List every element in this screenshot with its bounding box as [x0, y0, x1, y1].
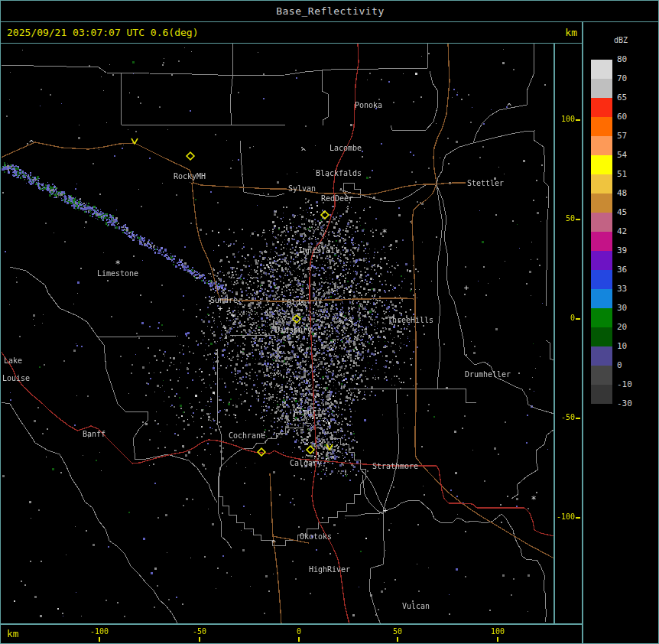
colorbar-value-label: 57 [617, 131, 648, 141]
plus-marker-icon: + [218, 304, 223, 314]
town-label: Louise [2, 374, 30, 382]
town-label: Okotoks [300, 532, 332, 541]
radar-map-display[interactable]: PonokaLacombeBlackfaldsSylvanRedDeerStet… [2, 44, 553, 623]
caret-marker-icon: ^ [507, 102, 512, 112]
colorbar-value-label: 54 [617, 150, 648, 160]
right-axis-tick [576, 119, 580, 121]
town-label: Didsbury [275, 326, 312, 334]
colorbar-swatch [591, 232, 612, 251]
colorbar-swatch [591, 155, 612, 174]
bottom-axis-tick-label: 0 [280, 627, 318, 636]
caret-marker-icon: ^ [362, 396, 367, 406]
colorbar-swatch [591, 174, 612, 194]
colorbar-value-label: -30 [617, 398, 648, 408]
right-axis-tick-label: 0 [555, 314, 575, 322]
town-label: RedDeer [321, 194, 353, 203]
plus-marker-icon: + [383, 506, 388, 516]
county-boundary-line [437, 184, 443, 389]
town-label: Olds [287, 298, 305, 307]
colorbar-value-label: 45 [617, 207, 648, 217]
town-label: Innisfail [298, 246, 339, 255]
town-label: Cochrane [229, 431, 265, 440]
colorbar-value-label: -10 [617, 379, 648, 389]
radar-site-diamond-icon [321, 211, 329, 219]
county-boundary-line [349, 389, 476, 402]
right-axis-tick [576, 418, 580, 419]
caret-marker-icon: ^ [271, 538, 277, 548]
right-axis-tick-label: -50 [555, 413, 575, 421]
colorbar-value-label: 20 [617, 322, 648, 332]
caret-marker-icon: ^ [29, 138, 34, 148]
town-label: Vulcan [402, 602, 430, 610]
bottom-axis-tick [99, 637, 100, 642]
colorbar-value-label: 39 [617, 246, 648, 255]
colorbar-swatch [591, 194, 612, 213]
county-boundary-line [2, 44, 427, 76]
secondary-road-line [354, 183, 466, 195]
town-label: Limestone [97, 269, 138, 278]
bottom-axis: km -100-50050100 [1, 625, 583, 644]
colorbar-title: dBZ [614, 36, 628, 44]
county-boundary-line [230, 44, 232, 125]
colorbar-value-label: 36 [617, 265, 648, 275]
colorbar-value-label: 70 [617, 73, 648, 83]
window-title: Base_Reflectivity [276, 5, 385, 17]
highway-road-line [2, 351, 337, 463]
bottom-axis-tick [199, 637, 200, 642]
right-axis-tick [576, 219, 580, 220]
town-label: Sylvan [288, 184, 316, 193]
bottom-axis-tick-label: 50 [378, 627, 417, 636]
caret-marker-icon: ^ [301, 147, 307, 157]
colorbar-value-label: 33 [617, 284, 648, 294]
river-line [345, 500, 547, 622]
colorbar-value-label: 80 [617, 54, 648, 64]
colorbar-swatch [591, 117, 612, 136]
colorbar-swatch [591, 251, 612, 270]
asterisk-marker-icon: * [115, 259, 120, 269]
colorbar-swatch [591, 366, 612, 385]
colorbar-swatch [591, 270, 612, 289]
town-label: Ponoka [355, 101, 382, 109]
highway-road-line [337, 462, 553, 536]
town-label: Strathmore [372, 462, 418, 470]
right-axis-tick-label: 100 [555, 115, 575, 123]
bottom-axis-tick [497, 637, 498, 642]
plus-marker-icon: + [464, 283, 469, 293]
right-axis: 100500-50-100 [553, 44, 583, 623]
town-label: Lake [4, 356, 22, 365]
county-boundary-line [362, 475, 383, 514]
colorbar-swatch [591, 136, 612, 155]
colorbar-value-label: 60 [617, 112, 648, 122]
bottom-axis-tick-label: -100 [80, 627, 118, 636]
colorbar-swatch [591, 385, 612, 404]
colorbar-value-label: 65 [617, 93, 648, 102]
colorbar-value-label: 48 [617, 188, 648, 198]
town-label: HighRiver [309, 565, 350, 574]
right-axis-tick [576, 318, 580, 320]
county-boundary-line [322, 70, 328, 125]
town-label: ThreeHills [388, 316, 433, 324]
town-label: Banff [83, 430, 106, 438]
county-boundary-line [217, 349, 232, 548]
county-boundary-line [98, 337, 217, 503]
colorbar-swatch [591, 346, 612, 366]
colorbar-swatch [591, 213, 612, 232]
town-label: Drumheller [465, 370, 511, 379]
asterisk-marker-icon: * [531, 494, 536, 505]
town-label: Lacombe [330, 144, 362, 152]
bottom-axis-tick [397, 637, 398, 642]
secondary-road-line [273, 536, 281, 623]
radar-site-diamond-icon [187, 152, 194, 160]
county-boundary-line [119, 71, 437, 130]
county-boundary-line [473, 131, 553, 360]
bottom-axis-tick [298, 637, 300, 642]
town-label: Calgary [290, 459, 322, 467]
colorbar-value-label: 30 [617, 303, 648, 313]
map-overlay: PonokaLacombeBlackfaldsSylvanRedDeerStet… [2, 44, 553, 623]
town-label: Airdrie [294, 408, 326, 416]
colorbar-swatch [591, 79, 612, 98]
colorbar: dBZ 807065605754514845423936333020100-10… [583, 22, 659, 644]
right-axis-tick-label: -100 [555, 512, 575, 521]
town-label: RockyMH [174, 172, 206, 181]
bottom-axis-tick-label: 100 [479, 627, 517, 636]
